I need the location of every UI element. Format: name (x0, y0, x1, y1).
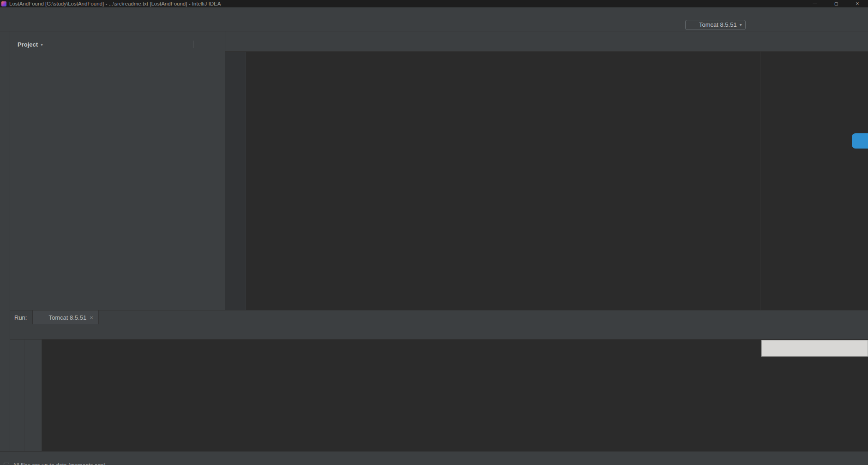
title-bar: LostAndFound [G:\study\LostAndFound] - .… (0, 0, 868, 7)
status-bar-clipped: All files are up-to-date (moments ago) (0, 461, 868, 465)
run-button[interactable] (750, 20, 760, 30)
tomcat-icon (38, 314, 45, 321)
run-config-selector[interactable]: Tomcat 8.5.51 ▾ (685, 20, 746, 30)
run-config-tab-label: Tomcat 8.5.51 (48, 314, 86, 321)
editor-gutter (225, 52, 246, 310)
build-project-button[interactable] (670, 20, 680, 30)
ime-toolbar (761, 340, 868, 357)
editor-body[interactable] (225, 52, 868, 310)
hide-panel-icon[interactable] (849, 313, 858, 322)
project-panel-title: Project (18, 41, 38, 48)
select-opened-file-icon[interactable] (165, 40, 175, 49)
window-controls: — ▢ ✕ (804, 0, 868, 7)
hide-panel-icon[interactable] (212, 40, 221, 49)
project-view-selector[interactable]: Project ▾ (18, 41, 43, 48)
search-everywhere-icon[interactable] (811, 20, 820, 30)
debug-button[interactable] (764, 20, 773, 30)
floating-tool-button[interactable] (852, 133, 868, 149)
restore-layout-icon[interactable] (657, 20, 666, 30)
divider (193, 41, 193, 48)
run-panel-title: Run: (14, 314, 27, 321)
editor-code (248, 52, 859, 53)
run-panel-body (10, 340, 868, 451)
run-config-label: Tomcat 8.5.51 (699, 21, 737, 28)
status-message-wrap: All files are up-to-date (moments ago) (4, 462, 106, 465)
stop-button[interactable] (792, 20, 801, 30)
right-margin-guide (760, 52, 760, 310)
run-console-tabs (10, 324, 868, 340)
close-icon[interactable]: × (90, 315, 93, 321)
run-panel-actions (831, 313, 868, 322)
gear-icon[interactable] (198, 40, 207, 49)
tool-window-bar (0, 451, 868, 461)
intellij-idea-window: LostAndFound [G:\study\LostAndFound] - .… (0, 0, 868, 465)
maximize-button[interactable]: ▢ (826, 0, 847, 7)
tomcat-icon (689, 21, 696, 29)
editor-area (225, 31, 868, 310)
chevron-down-icon: ▾ (740, 22, 742, 27)
gear-icon[interactable] (831, 313, 840, 322)
status-message: All files are up-to-date (moments ago) (13, 462, 106, 465)
menu-bar (0, 7, 868, 18)
project-panel-header: Project ▾ (10, 37, 225, 52)
run-config-tab[interactable]: Tomcat 8.5.51 × (32, 310, 98, 324)
toolbar-actions: Tomcat 8.5.51 ▾ (652, 18, 820, 31)
run-tool-window: Run: Tomcat 8.5.51 × (10, 310, 868, 451)
run-with-coverage-button[interactable] (778, 20, 787, 30)
main-toolbar: Tomcat 8.5.51 ▾ (0, 18, 868, 31)
collapse-all-icon[interactable] (179, 40, 188, 49)
run-panel-header: Run: Tomcat 8.5.51 × (10, 310, 868, 324)
close-window-button[interactable]: ✕ (847, 0, 868, 7)
minimize-button[interactable]: — (804, 0, 826, 7)
left-tool-window-stripe (0, 31, 10, 451)
run-toolbar-inner (24, 340, 42, 451)
status-icon (4, 463, 9, 465)
project-tool-window: Project ▾ (10, 31, 225, 310)
run-toolbar-outer (10, 340, 24, 451)
console-output[interactable] (42, 340, 868, 451)
chevron-down-icon: ▾ (41, 42, 43, 47)
project-panel-actions (165, 40, 221, 49)
idea-logo-icon (1, 1, 6, 6)
window-title: LostAndFound [G:\study\LostAndFound] - .… (9, 1, 221, 6)
editor-tab-bar (225, 31, 868, 52)
